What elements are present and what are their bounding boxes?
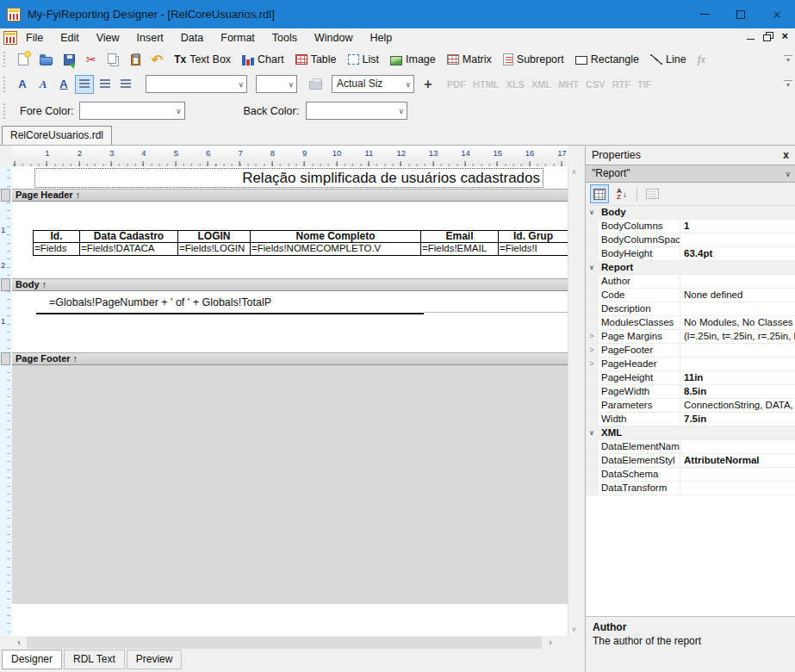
close-button[interactable]: × [759,0,795,28]
property-value[interactable] [719,426,795,439]
scroll-up-icon[interactable]: ∧ [568,166,580,178]
property-row[interactable]: Description [586,302,795,316]
table-value-cell[interactable]: =Fields!EMAIL [421,243,498,255]
menu-format[interactable]: Format [212,28,264,47]
zoom-combo[interactable]: Actual Siz [332,75,414,93]
subreport-button[interactable]: Subreport [499,51,568,68]
property-value[interactable]: ConnectionString, DATA, [680,399,795,412]
export-mht-button[interactable]: MHT [555,79,582,90]
font-name-combo[interactable] [146,75,247,93]
expand-icon[interactable] [586,302,599,315]
property-value[interactable] [719,261,795,274]
minimize-button[interactable] [686,0,723,28]
expand-icon[interactable] [586,468,599,481]
mdi-restore-button[interactable] [763,32,773,40]
toolbar-overflow-icon[interactable]: ▾ [784,80,792,89]
undo-button[interactable]: ↶ [147,51,167,69]
horizontal-scrollbar[interactable]: ‹ › [12,636,557,650]
chart-button[interactable]: Chart [238,51,289,68]
doc-tab-relcoreusuarios[interactable]: RelCoreUsuarios.rdl [2,126,112,145]
object-selector-combo[interactable]: "Report" [586,165,795,183]
cut-button[interactable]: ✂ [82,51,101,69]
report-title-textbox[interactable]: Relação simplificada de usuários cadastr… [34,168,543,188]
property-row[interactable]: Parameters ConnectionString, DATA, [586,399,795,413]
property-value[interactable]: (l=.25in, t=.25in, r=.25in, b [680,330,795,343]
menu-file[interactable]: File [17,28,52,47]
page-footer-band[interactable]: Page Footer ↑ [12,352,568,365]
property-row[interactable]: DataSchema [586,468,795,482]
property-row[interactable]: BodyColumnSpac [586,233,795,247]
expand-icon[interactable] [586,247,599,260]
toolbar-overflow-icon[interactable]: ▾ [784,55,792,64]
property-row[interactable]: DataElementStyl AttributeNormal [586,454,795,468]
list-button[interactable]: List [344,51,383,68]
property-row[interactable]: Author [586,275,795,289]
table-button[interactable]: Table [291,51,341,68]
expand-icon[interactable] [586,482,599,495]
property-value[interactable]: 7.5in [680,413,795,426]
scroll-down-icon[interactable]: ∨ [568,624,580,636]
export-xml-button[interactable]: XML [528,79,555,90]
expand-icon[interactable]: ∨ [586,206,599,219]
property-row[interactable]: Width 7.5in [586,413,795,426]
back-color-combo[interactable] [306,102,407,120]
property-value[interactable]: 1 [680,220,795,233]
export-csv-button[interactable]: CSV [582,79,609,90]
tab-preview[interactable]: Preview [127,650,183,669]
property-row[interactable]: DataTransform [586,482,795,495]
align-center-button[interactable] [96,75,115,94]
expand-icon[interactable] [586,440,599,453]
mdi-minimize-button[interactable] [747,39,755,40]
table-value-cell[interactable]: =Fields!DATACA [80,243,177,255]
body-band[interactable]: Body ↑ [12,278,568,291]
underline-button[interactable]: A [54,75,73,94]
export-pdf-button[interactable]: PDF [444,79,469,90]
categorized-button[interactable] [590,184,609,203]
property-value[interactable]: 63.4pt [680,247,795,260]
expand-icon[interactable] [586,316,599,329]
property-value[interactable]: None defined [680,289,795,302]
report-table[interactable]: Id. =Fields Data Cadastro =Fields!DATACA… [33,230,568,256]
menu-tools[interactable]: Tools [264,28,306,47]
expand-icon[interactable] [586,454,599,467]
report-canvas[interactable]: Relação simplificada de usuários cadastr… [12,166,568,636]
table-header-cell[interactable]: Id. [34,231,79,243]
fx-button[interactable]: fx [693,51,710,69]
property-value[interactable] [680,233,795,246]
property-value[interactable] [680,275,795,288]
property-row[interactable]: Code None defined [586,289,795,302]
rectangle-button[interactable]: Rectangle [571,51,643,68]
align-right-button[interactable] [116,75,135,94]
print-button[interactable] [306,75,325,94]
section-handle[interactable] [1,278,10,291]
alphabetical-sort-button[interactable]: A Z ↓ [612,184,631,203]
property-value[interactable]: 8.5in [680,385,795,398]
italic-button[interactable]: A [34,75,53,94]
menu-edit[interactable]: Edit [52,28,88,47]
property-value[interactable]: AttributeNormal [680,454,795,467]
property-value[interactable] [680,468,795,481]
menu-window[interactable]: Window [306,28,361,47]
property-row[interactable]: PageWidth 8.5in [586,385,795,399]
property-value[interactable] [680,482,795,495]
scroll-right-icon[interactable]: › [543,636,557,650]
expand-icon[interactable]: > [586,358,599,370]
export-rtf-button[interactable]: RTF [609,79,634,90]
save-button[interactable] [59,52,79,68]
line-button[interactable]: Line [646,51,691,68]
table-value-cell[interactable]: =Fields!LOGIN [178,243,250,255]
scroll-left-icon[interactable]: ‹ [12,636,26,650]
report-line[interactable] [424,312,568,313]
table-value-cell[interactable]: =Fields!NOMECOMPLETO.V [251,243,420,255]
table-header-cell[interactable]: Nome Completo [251,231,420,243]
property-row[interactable]: > Page Margins (l=.25in, t=.25in, r=.25i… [586,330,795,344]
expand-icon[interactable] [586,275,599,288]
page-number-textbox[interactable]: =Globals!PageNumber + ' of ' + Globals!T… [49,296,271,308]
image-button[interactable]: Image [386,51,440,68]
expand-icon[interactable]: > [586,344,599,357]
expand-icon[interactable] [586,289,599,302]
maximize-button[interactable] [723,0,759,28]
property-row[interactable]: ∨ XML [586,426,795,440]
section-handle[interactable] [1,352,10,365]
menu-data[interactable]: Data [172,28,212,47]
